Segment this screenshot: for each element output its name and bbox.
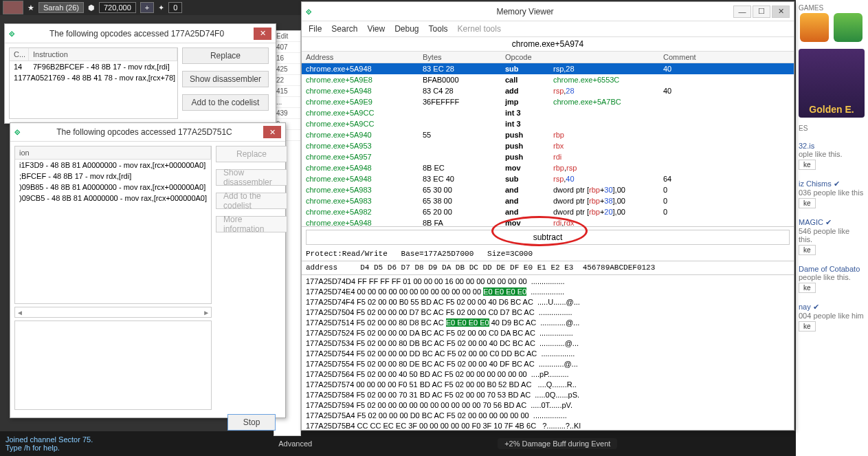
col-instruction[interactable]: Instruction — [29, 48, 177, 61]
buff-banner: +2% Damage Buff during Event — [498, 438, 617, 449]
hex-row[interactable]: 177A25D74F4 F5 02 00 00 B0 55 BD AC F5 0… — [306, 297, 790, 307]
opcode-access-window-1: ⟐ The following opcodes accessed 177A25D… — [4, 23, 276, 124]
menu-file[interactable]: File — [309, 24, 322, 34]
close-icon[interactable]: ✕ — [772, 6, 790, 18]
add-credits-button[interactable]: + — [140, 2, 154, 13]
menubar: File Search View Debug Tools Kernel tool… — [302, 21, 794, 37]
fb-page-suggestion: iz Chisms ✔036 people like thiske — [799, 180, 865, 208]
col-bytes[interactable]: Bytes — [419, 52, 501, 63]
disassembly-row[interactable]: chrome.exe+5A98365 30 00anddword ptr [rb… — [302, 184, 794, 195]
maximize-icon[interactable]: ☐ — [753, 6, 770, 18]
like-button[interactable]: ke — [799, 283, 816, 293]
menu-kernel-tools[interactable]: Kernel tools — [458, 24, 501, 34]
replace-button[interactable]: Replace — [216, 146, 287, 162]
disassembly-row[interactable]: chrome.exe+5A98265 20 00anddword ptr [rb… — [302, 206, 794, 217]
hex-row[interactable]: 177A25D7584 F5 02 00 00 70 31 BD AC F5 0… — [306, 390, 790, 400]
minimize-icon[interactable]: — — [733, 6, 751, 18]
show-disassembler-button[interactable]: Show disassembler — [182, 71, 269, 87]
show-disassembler-button[interactable]: Show disassembler — [216, 169, 287, 186]
fb-page-suggestion: MAGIC ✔546 people like this.ke — [799, 218, 865, 255]
game-icon[interactable] — [834, 13, 863, 42]
disassembly-row[interactable]: chrome.exe+5A94055pushrbp — [302, 129, 794, 140]
player-name[interactable]: Sarah (26) — [38, 2, 84, 13]
list-item[interactable]: 1177A0521769 - 48 8B 41 78 - mov rax,[rc… — [10, 72, 177, 83]
disassembly-row[interactable]: chrome.exe+5A957pushrdi — [302, 151, 794, 162]
hex-row[interactable]: 177A25D7564 F5 02 00 00 40 50 BD AC F5 0… — [306, 369, 790, 380]
hex-row[interactable]: 177A25D7524 F5 02 00 00 00 DA BC AC F5 0… — [306, 328, 790, 338]
disassembly-row[interactable]: chrome.exe+5A9488B FAmovrdi,rdx — [302, 217, 794, 227]
disassembly-row[interactable]: chrome.exe+5A9E936FEFFFFjmpchrome.exe+5A… — [302, 96, 794, 107]
hex-row[interactable]: 177A25D7534 F5 02 00 00 80 DB BC AC F5 0… — [306, 338, 790, 349]
hex-row[interactable]: 177A25D7574 00 00 00 00 F0 51 BD AC F5 0… — [306, 380, 790, 390]
disassembly-row[interactable]: chrome.exe+5A9CCint 3 — [302, 107, 794, 118]
stop-button[interactable]: Stop — [227, 414, 276, 431]
fb-page-suggestion: Dame of Cotabatopeople like this.ke — [799, 265, 865, 293]
disassembly-row[interactable]: chrome.exe+5A98365 38 00anddword ptr [rb… — [302, 195, 794, 206]
disassembly-row[interactable]: chrome.exe+5A94883 EC 28subrsp,2840 — [302, 63, 794, 74]
list-item[interactable]: ;BFCEF - 48 8B 17 - mov rdx,[rdi] — [15, 171, 211, 182]
advanced-button[interactable]: Advanced — [278, 439, 312, 448]
list-item[interactable]: )09CB5 - 48 8B 81 A0000000 - mov rax,[rc… — [15, 193, 211, 204]
like-button[interactable]: ke — [799, 160, 816, 170]
page-link[interactable]: Dame of Cotabato — [799, 265, 865, 273]
rank-icon: ★ — [27, 3, 34, 12]
col-count[interactable]: C... — [10, 48, 29, 61]
page-link[interactable]: nay ✔ — [799, 303, 865, 312]
opcode-list[interactable]: C... Instruction 147F96B2BFCEF - 48 8B 1… — [9, 47, 178, 119]
col-address[interactable]: Address — [302, 52, 419, 63]
disassembly-row[interactable]: chrome.exe+5A94883 EC 40subrsp,4064 — [302, 173, 794, 184]
add-to-codelist-button[interactable]: Add to the codelist — [216, 193, 287, 209]
page-link[interactable]: MAGIC ✔ — [799, 218, 865, 227]
col-header[interactable]: ion — [15, 146, 211, 159]
hex-row[interactable]: 177A25D74D4 FF FF FF FF 01 00 00 00 16 0… — [306, 276, 790, 287]
menu-debug[interactable]: Debug — [394, 24, 419, 34]
list-item[interactable]: i1F3D9 - 48 8B 81 A0000000 - mov rax,[rc… — [15, 160, 211, 171]
close-icon[interactable]: ✕ — [263, 126, 281, 138]
fb-page-suggestion: nay ✔004 people like himke — [799, 303, 865, 332]
disassembly-row[interactable]: chrome.exe+5A94883 C4 28addrsp,2840 — [302, 85, 794, 96]
disassembly-listing[interactable]: chrome.exe+5A94883 EC 28subrsp,2840chrom… — [302, 63, 794, 227]
like-button[interactable]: ke — [799, 198, 816, 208]
replace-button[interactable]: Replace — [182, 47, 269, 64]
more-information-button[interactable]: More information — [216, 216, 287, 232]
col-opcode[interactable]: Opcode — [501, 52, 549, 63]
hex-row[interactable]: 177A25D75B4 CC CC EC EC 3F 00 00 00 00 0… — [306, 421, 790, 430]
credits-value: 720,000 — [99, 2, 136, 13]
horizontal-scrollbar[interactable]: ◄► — [14, 307, 212, 318]
hex-row[interactable]: 177A25D75A4 F5 02 00 00 00 D0 BC AC F5 0… — [306, 411, 790, 421]
menu-tools[interactable]: Tools — [429, 24, 448, 34]
disassembly-row[interactable]: chrome.exe+5A9CCint 3 — [302, 118, 794, 129]
hex-row[interactable]: 177A25D7594 F5 02 00 00 00 00 00 00 00 0… — [306, 400, 790, 411]
hex-row[interactable]: 177A25D7554 F5 02 00 00 80 DE BC AC F5 0… — [306, 359, 790, 369]
hex-dump[interactable]: 177A25D74D4 FF FF FF FF 01 00 00 00 16 0… — [302, 275, 794, 430]
hex-row[interactable]: 177A25D7544 F5 02 00 00 00 DD BC AC F5 0… — [306, 349, 790, 359]
window-title: The following opcodes accessed 177A25D75… — [31, 127, 258, 137]
cheatengine-icon: ⟐ — [306, 6, 317, 17]
details-box — [14, 321, 212, 410]
avatar — [3, 1, 23, 14]
game-icon[interactable] — [800, 13, 829, 42]
slots-game-banner[interactable]: Golden E. — [799, 49, 865, 118]
add-to-codelist-button[interactable]: Add to the codelist — [182, 94, 269, 111]
like-button[interactable]: ke — [799, 245, 816, 255]
disassembly-row[interactable]: chrome.exe+5A9E8BFAB0000callchrome.exe+6… — [302, 74, 794, 85]
search-bar[interactable] — [306, 230, 790, 245]
list-item[interactable]: 147F96B2BFCEF - 48 8B 17 - mov rdx,[rdi] — [10, 61, 177, 72]
list-item[interactable]: )09B85 - 48 8B 81 A0000000 - mov rax,[rc… — [15, 182, 211, 193]
fb-page-suggestion: 32.isople like this.ke — [799, 142, 865, 170]
page-link[interactable]: iz Chisms ✔ — [799, 180, 865, 188]
disassembly-row[interactable]: chrome.exe+5A953pushrbx — [302, 140, 794, 151]
menu-search[interactable]: Search — [331, 24, 357, 34]
disassembly-row[interactable]: chrome.exe+5A9488B ECmovrbp,rsp — [302, 162, 794, 173]
page-link[interactable]: 32.is — [799, 142, 865, 150]
hex-row[interactable]: 177A25D74E4 00 00 00 00 00 00 00 00 00 0… — [306, 287, 790, 297]
window-title: The following opcodes accessed 177A25D74… — [25, 29, 248, 39]
hex-row[interactable]: 177A25D7514 F5 02 00 00 80 D8 BC AC E0 E… — [306, 318, 790, 328]
opcode-list[interactable]: ion i1F3D9 - 48 8B 81 A0000000 - mov rax… — [14, 146, 212, 304]
like-button[interactable]: ke — [799, 321, 816, 332]
search-input[interactable] — [309, 232, 786, 242]
col-comment[interactable]: Comment — [659, 52, 794, 63]
menu-view[interactable]: View — [367, 24, 385, 34]
close-icon[interactable]: ✕ — [254, 28, 271, 40]
hex-row[interactable]: 177A25D7504 F5 02 00 00 00 D7 BC AC F5 0… — [306, 307, 790, 318]
